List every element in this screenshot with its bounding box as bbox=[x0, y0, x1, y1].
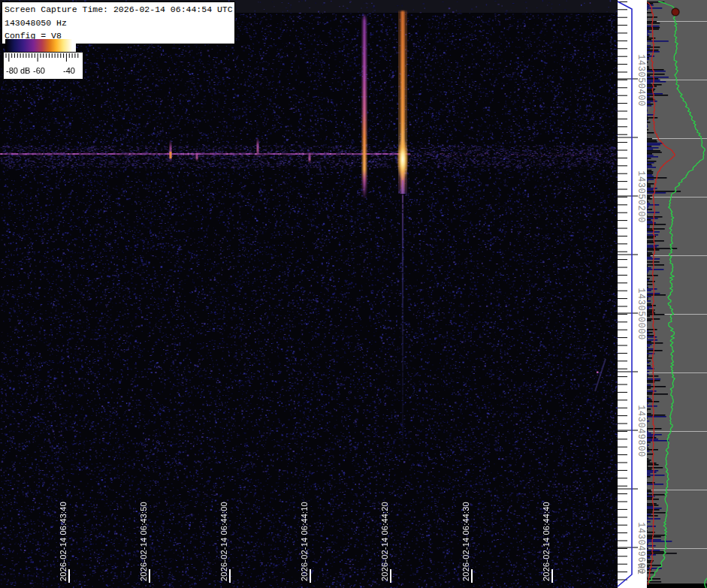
capture-info-box: Screen Capture Time: 2026-02-14 06:44:54… bbox=[2, 2, 235, 44]
frequency-axis-label: 143050000 bbox=[636, 288, 646, 339]
db-scale-ticks bbox=[4, 53, 83, 63]
time-axis-label: 2026-02-14 06:44:10 bbox=[300, 502, 309, 581]
time-axis-tick bbox=[390, 569, 391, 583]
time-axis-tick bbox=[471, 569, 473, 583]
db-gradient-bar bbox=[5, 39, 76, 52]
time-axis-tick bbox=[68, 569, 70, 583]
time-axis-label: 2026-02-14 06:44:20 bbox=[380, 502, 389, 581]
frequency-axis-label: 143049800 bbox=[636, 405, 646, 457]
tuned-frequency-text: 143048050 Hz bbox=[5, 17, 232, 30]
db-label-min: -80 dB bbox=[6, 66, 30, 75]
db-label-max: -40 bbox=[63, 66, 75, 75]
db-label-mid: -60 bbox=[33, 66, 45, 75]
time-axis-label: 2026-02-14 06:44:00 bbox=[219, 502, 228, 581]
frequency-axis-unit: Hz bbox=[635, 563, 645, 574]
time-axis-tick bbox=[149, 569, 150, 583]
frequency-axis-label: 143050200 bbox=[636, 170, 646, 222]
spectrum-side-panel bbox=[647, 0, 707, 588]
db-color-scale: -80 dB -60 -40 bbox=[3, 52, 83, 80]
time-axis-label: 2026-02-14 06:43:40 bbox=[59, 502, 68, 581]
time-axis-label: 2026-02-14 06:44:30 bbox=[461, 502, 470, 581]
time-axis-label: 2026-02-14 06:44:40 bbox=[542, 502, 551, 581]
frequency-axis-label: 143050400 bbox=[636, 54, 646, 106]
spectrogram-waterfall bbox=[0, 0, 618, 588]
spectrum-monitor-window: Screen Capture Time: 2026-02-14 06:44:54… bbox=[0, 0, 707, 588]
capture-time-text: Screen Capture Time: 2026-02-14 06:44:54… bbox=[5, 3, 232, 17]
time-axis-tick bbox=[310, 569, 311, 583]
time-axis-tick bbox=[229, 569, 231, 583]
time-axis-tick bbox=[551, 569, 553, 583]
time-axis-label: 2026-02-14 06:43:50 bbox=[139, 502, 148, 581]
